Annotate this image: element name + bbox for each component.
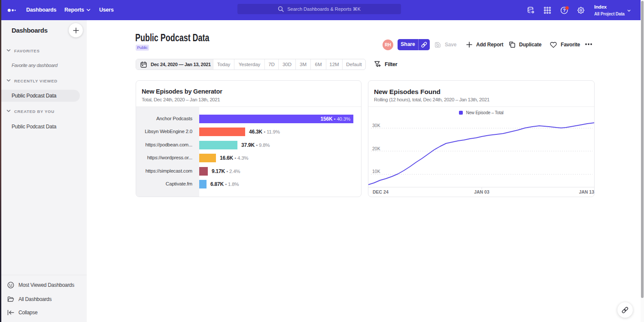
svg-text:20K: 20K [372, 146, 380, 151]
svg-text:30K: 30K [372, 123, 380, 128]
svg-text:JAN 13: JAN 13 [579, 189, 594, 194]
svg-text:DEC 24: DEC 24 [373, 189, 389, 194]
svg-text:10K: 10K [372, 169, 380, 174]
svg-text:?: ? [563, 8, 565, 13]
svg-text:JAN 03: JAN 03 [474, 189, 489, 194]
